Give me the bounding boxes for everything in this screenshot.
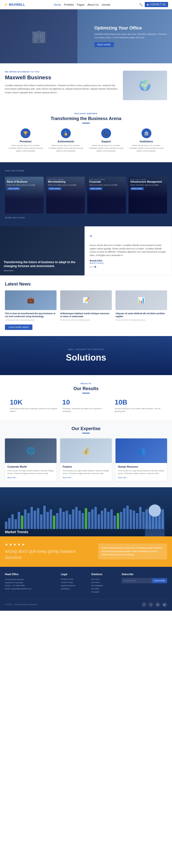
- news-card-title-1: Pellentesque habitant morbi tristique se…: [60, 312, 112, 318]
- market-bar-9: [34, 510, 36, 529]
- footer-solutions-link-1[interactable]: Our Work: [91, 581, 117, 584]
- solution-card-corporate[interactable]: OUR SOLUTIONS Corporate Donec eros etiam…: [87, 177, 126, 214]
- expertise-title: Our Expertise: [5, 426, 167, 431]
- star-1: ★: [5, 542, 8, 547]
- load-more-news-button[interactable]: LOAD MORE NEWS: [5, 324, 32, 330]
- market-trends-section: Market Trends: [0, 487, 172, 536]
- expertise-card-link-0[interactable]: More Info ›: [7, 476, 54, 479]
- maxwell-globe-image: 🌍: [123, 71, 167, 100]
- solution-card-label-0: OUR SOLUTIONS: [7, 179, 42, 180]
- footer-solutions-link-4[interactable]: TrueStaff: [91, 591, 117, 593]
- quote-dots: [90, 266, 167, 268]
- footer-legal-link-1[interactable]: Cookie Policy: [61, 581, 86, 584]
- market-bar-25: [85, 508, 87, 529]
- footer-solutions-link-2[interactable]: Net Migration: [91, 585, 117, 587]
- quote-dot-1[interactable]: [90, 266, 91, 268]
- market-bar-42: [139, 507, 142, 529]
- market-bar-27: [91, 509, 94, 529]
- solution-card-merchandising[interactable]: OUR SOLUTIONS Merchandising Donec eros e…: [46, 177, 85, 214]
- news-image-0: 💼: [5, 290, 57, 310]
- news-title: Latest News: [5, 282, 167, 287]
- expertise-card-hr[interactable]: 👥 Human Resource Proin iaculis orci eget…: [115, 438, 167, 481]
- latest-news-section: Latest News 💼 This is how we transformed…: [0, 275, 172, 336]
- expertise-card-link-2[interactable]: More Info ›: [118, 476, 165, 479]
- section-divider: [82, 123, 90, 123]
- solution-card-btn-3[interactable]: READ MORE: [131, 187, 144, 190]
- maxwell-left: WE BRING BUSINESS TO YOU Maxwell Busines…: [5, 71, 118, 94]
- nav-pages[interactable]: Pages: [77, 3, 85, 6]
- footer-legal-link-0[interactable]: Privacy Policy: [61, 578, 86, 580]
- star-2: ★: [9, 542, 12, 547]
- footer-legal-link-3[interactable]: Disclaimer: [61, 588, 86, 590]
- expertise-card-title-2: Human Resource: [118, 465, 165, 468]
- solution-card-bank[interactable]: OUR SOLUTIONS Bank of Business Donec ero…: [5, 177, 44, 214]
- market-bar-39: [130, 509, 132, 529]
- quote-icon: ": [90, 234, 167, 242]
- footer-copyright: © 2013 — 2022 Maxwell Corporation: [5, 603, 37, 606]
- building-title: Transforming the Business Arena: [5, 116, 167, 121]
- more-solutions-link[interactable]: MORE SOLUTIONS: [5, 217, 167, 219]
- expertise-section: Our Expertise 🌐 Corporate World Proin ia…: [0, 420, 172, 487]
- social-linkedin-icon[interactable]: in: [155, 602, 160, 607]
- achievements-title: Achievements: [48, 140, 84, 143]
- expertise-card-corporate[interactable]: 🌐 Corporate World Proin iaculis orci ege…: [5, 438, 57, 481]
- quote-dot-3[interactable]: [94, 266, 96, 268]
- support-title: Support: [88, 140, 124, 143]
- globe-icon: 🌍: [139, 80, 151, 91]
- footer-grid: Head Office 123 Business AvenueParrells …: [5, 573, 167, 594]
- market-bar-28: [94, 507, 97, 529]
- expertise-card-link-1[interactable]: More Info ›: [63, 476, 109, 479]
- subscribe-button[interactable]: SUBSCRIBE: [152, 578, 167, 583]
- solution-card-btn-2[interactable]: READ MORE: [89, 187, 103, 190]
- social-twitter-icon[interactable]: t: [148, 602, 153, 607]
- nav-portfolio[interactable]: Portfolio: [64, 3, 74, 6]
- contact-button[interactable]: ▶ CONTACT US: [145, 2, 168, 7]
- result-text-1: Countries, territories and states are op…: [62, 407, 110, 413]
- solutions-dark-section: OUR SOLUTIONS OUR SOLUTIONS Bank of Busi…: [0, 162, 172, 226]
- institutions-icon: 🏛️: [142, 128, 151, 138]
- news-card-0[interactable]: 💼 This is how we transformed the way bus…: [5, 290, 57, 321]
- solution-card-text-0: Donec eros etiam, purus eu convallis.: [7, 184, 42, 186]
- market-bar-16: [56, 513, 58, 529]
- nav-joomla[interactable]: Joomla: [102, 3, 110, 6]
- market-bar-8: [30, 507, 33, 529]
- footer-solutions-link-3[interactable]: Our Staff: [91, 588, 117, 590]
- hero-image-left: 🏢: [0, 9, 78, 63]
- market-bar-12: [43, 506, 46, 529]
- market-bar-14: [50, 509, 52, 529]
- market-bar-32: [107, 512, 110, 529]
- transform-read-more[interactable]: Read More ›: [4, 270, 81, 272]
- footer-legal-link-2[interactable]: Legal Disclaimer: [61, 585, 86, 587]
- news-card-meta-2: 15 December 2022 | Maxwell Business: [115, 319, 167, 321]
- footer-subscribe: Subscribe SUBSCRIBE: [122, 573, 167, 594]
- solution-card-btn-0[interactable]: READ MORE: [7, 187, 20, 190]
- news-card-2[interactable]: 📊 Aliquam sit amet eleifend elit vel dol…: [115, 290, 167, 321]
- footer-head-office-address: 123 Business AvenueParrells NY Australia…: [5, 578, 56, 591]
- footer-solutions-title: Solutions: [91, 573, 117, 576]
- hero-read-more-button[interactable]: READ MORE: [94, 42, 114, 47]
- maxwell-text: Curabitur placerat velit ut libero maxim…: [5, 84, 118, 94]
- nav-home[interactable]: Home: [54, 3, 61, 6]
- subscribe-email-input[interactable]: [122, 578, 152, 583]
- social-facebook-icon[interactable]: f: [142, 602, 146, 607]
- testimonial-stars: ★ ★ ★ ★ ★: [5, 542, 93, 547]
- institutions-text: Donec iaculis duis et ex ut etiam. Curab…: [128, 144, 165, 152]
- testimonial-right-panel: A self motivated team to assist you in b…: [98, 544, 167, 559]
- feature-support: 📞 Support Donec iaculis duis et ex ut et…: [88, 128, 124, 152]
- social-googleplus-icon[interactable]: g+: [162, 602, 167, 607]
- solution-card-btn-1[interactable]: READ MORE: [48, 187, 61, 190]
- news-card-1[interactable]: 📝 Pellentesque habitant morbi tristique …: [60, 290, 112, 321]
- navigation: ⚡ MAXWELL Home Portfolio Pages About Us …: [0, 0, 172, 9]
- transform-section: Transforming the future of business to a…: [0, 226, 172, 275]
- quote-dot-2[interactable]: [92, 266, 94, 268]
- search-icon[interactable]: 🔍: [139, 3, 143, 6]
- market-bar-36: [120, 512, 122, 529]
- footer-solutions-link-0[interactable]: Our Story: [91, 578, 117, 580]
- news-grid: 💼 This is how we transformed the way bus…: [5, 290, 167, 321]
- market-bar-23: [78, 510, 81, 529]
- expertise-card-finance[interactable]: 💰 Finance Proin iaculis orci eget iaculi…: [60, 438, 112, 481]
- nav-about[interactable]: About Us: [87, 3, 98, 6]
- nav-right: 🔍 ▶ CONTACT US: [139, 2, 168, 7]
- result-number-2: 10B: [115, 398, 162, 406]
- solution-card-infrastructure[interactable]: OUR SOLUTIONS Infrastructure Management …: [128, 177, 167, 214]
